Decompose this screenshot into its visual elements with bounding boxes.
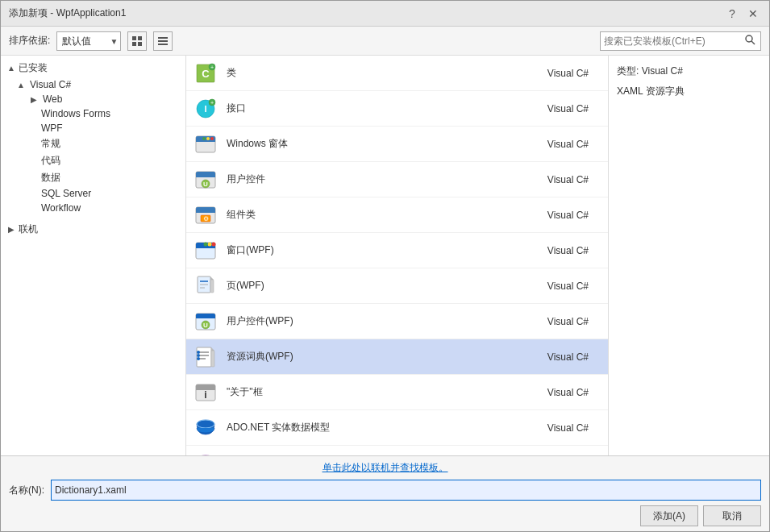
- wpf-item[interactable]: WPF: [1, 121, 185, 135]
- item-category: Visual C#: [547, 422, 589, 434]
- sort-select[interactable]: 默认值 名称 类型: [56, 31, 121, 51]
- installed-section[interactable]: ▲ 已安装: [1, 59, 185, 77]
- svg-rect-3: [138, 42, 142, 46]
- toolbar: 排序依据: 默认值 名称 类型 ▼: [1, 27, 769, 56]
- search-input[interactable]: [604, 35, 743, 47]
- desc-row: XAML 资源字典: [617, 84, 761, 99]
- middle-panel: C+ 类 Visual C# I+ 接口 Visual C# Windows 窗…: [186, 56, 608, 455]
- svg-rect-47: [196, 317, 215, 318]
- svg-rect-50: [197, 347, 211, 367]
- svg-point-58: [197, 357, 200, 360]
- cancel-button[interactable]: 取消: [703, 505, 761, 526]
- online-link[interactable]: 单击此处以联机并查找模板。: [323, 462, 448, 473]
- sql-server-label: SQL Server: [41, 188, 91, 199]
- svg-point-36: [212, 242, 216, 246]
- daima-item[interactable]: 代码: [1, 152, 185, 169]
- type-row: 类型: Visual C#: [617, 64, 761, 79]
- lianjian-section[interactable]: ▶ 联机: [1, 220, 185, 239]
- name-label: 名称(N):: [9, 484, 44, 497]
- item-name: 资源词典(WPF): [227, 350, 547, 364]
- list-view-button[interactable]: [153, 31, 173, 51]
- svg-rect-30: [196, 210, 215, 213]
- list-item[interactable]: U 用户控件 Visual C#: [186, 162, 608, 197]
- buttons-row: 添加(A) 取消: [9, 505, 761, 526]
- visual-csharp-label: Visual C#: [30, 79, 71, 90]
- svg-text:U: U: [203, 322, 208, 329]
- item-name: 页(WPF): [227, 279, 547, 293]
- item-category: Visual C#: [547, 245, 589, 256]
- svg-rect-0: [132, 36, 136, 40]
- title-buttons: ? ✕: [724, 6, 761, 22]
- workflow-item[interactable]: Workflow: [1, 201, 185, 215]
- name-input[interactable]: [51, 480, 761, 501]
- title-bar: 添加新项 - WpfApplication1 ? ✕: [1, 1, 769, 27]
- changgui-label: 常规: [41, 137, 60, 151]
- visual-csharp-item[interactable]: ▲ Visual C#: [1, 77, 185, 92]
- item-category: Visual C#: [547, 139, 589, 150]
- svg-point-7: [746, 35, 752, 42]
- changgui-item[interactable]: 常规: [1, 135, 185, 152]
- installed-toggle-icon: ▲: [6, 63, 17, 74]
- svg-rect-1: [138, 36, 142, 40]
- svg-line-8: [751, 41, 755, 44]
- list-item[interactable]: i "关于"框 Visual C#: [186, 375, 608, 410]
- item-name: "关于"框: [227, 385, 547, 399]
- item-icon: ⚙: [193, 202, 219, 228]
- item-name: ADO.NET 实体数据模型: [227, 421, 547, 434]
- list-item[interactable]: ⚙ 组件类 Visual C#: [186, 197, 608, 233]
- list-item[interactable]: Windows 窗体 Visual C#: [186, 127, 608, 162]
- lianjian-toggle-icon: ▶: [6, 224, 17, 235]
- web-label: Web: [43, 94, 62, 105]
- item-name: 类: [227, 66, 547, 80]
- svg-rect-41: [210, 280, 214, 293]
- web-item[interactable]: ▶ Web: [1, 92, 185, 106]
- item-name: 用户控件(WPF): [227, 314, 547, 328]
- help-button[interactable]: ?: [724, 6, 740, 22]
- svg-text:I: I: [204, 104, 206, 114]
- grid-icon: [131, 35, 143, 47]
- search-button[interactable]: [743, 35, 757, 48]
- add-button[interactable]: 添加(A): [640, 505, 698, 526]
- list-item[interactable]: U 用户控件(WPF) Visual C#: [186, 304, 608, 339]
- item-category: Visual C#: [547, 387, 589, 398]
- search-icon: [745, 35, 755, 45]
- sort-label: 排序依据:: [9, 34, 50, 48]
- windows-forms-item[interactable]: Windows Forms: [1, 106, 185, 121]
- sort-select-wrapper: 默认值 名称 类型 ▼: [56, 31, 121, 51]
- link-row: 单击此处以联机并查找模板。: [9, 461, 761, 475]
- list-item[interactable]: 窗口(WPF) Visual C#: [186, 233, 608, 268]
- sql-server-item[interactable]: SQL Server: [1, 186, 185, 201]
- item-category: Visual C#: [547, 316, 589, 327]
- item-icon: U: [193, 167, 219, 193]
- item-category: Visual C#: [547, 281, 589, 292]
- svg-point-21: [206, 137, 210, 140]
- list-item[interactable]: EF EF 5.x DbContext 生成器 Visual C#: [186, 446, 608, 455]
- svg-point-20: [210, 137, 214, 140]
- item-icon: U: [193, 309, 219, 335]
- left-panel: ▲ 已安装 ▲ Visual C# ▶ Web Windows Forms WP…: [1, 56, 186, 455]
- list-item[interactable]: C+ 类 Visual C#: [186, 56, 608, 91]
- list-item[interactable]: 资源词典(WPF) Visual C#: [186, 339, 608, 375]
- item-category: Visual C#: [547, 351, 589, 363]
- item-icon: i: [193, 380, 219, 405]
- svg-text:⚙: ⚙: [203, 215, 209, 222]
- shuju-item[interactable]: 数据: [1, 169, 185, 186]
- shuju-label: 数据: [41, 171, 60, 185]
- item-icon: [193, 344, 219, 370]
- list-item[interactable]: ADO.NET 实体数据模型 Visual C#: [186, 410, 608, 446]
- item-name: 用户控件: [227, 172, 547, 186]
- web-toggle-icon: ▶: [28, 94, 40, 105]
- close-button[interactable]: ✕: [745, 6, 761, 22]
- svg-text:+: +: [210, 100, 214, 106]
- svg-rect-2: [132, 42, 136, 46]
- item-category: Visual C#: [547, 103, 589, 114]
- item-icon: [193, 273, 219, 299]
- grid-view-button[interactable]: [127, 31, 147, 51]
- add-new-item-dialog: 添加新项 - WpfApplication1 ? ✕ 排序依据: 默认值 名称 …: [0, 0, 770, 532]
- list-item[interactable]: 页(WPF) Visual C#: [186, 268, 608, 304]
- list-icon: [157, 35, 169, 47]
- item-category: Visual C#: [547, 174, 589, 185]
- svg-text:+: +: [210, 64, 214, 70]
- svg-point-38: [204, 242, 208, 246]
- list-item[interactable]: I+ 接口 Visual C#: [186, 91, 608, 127]
